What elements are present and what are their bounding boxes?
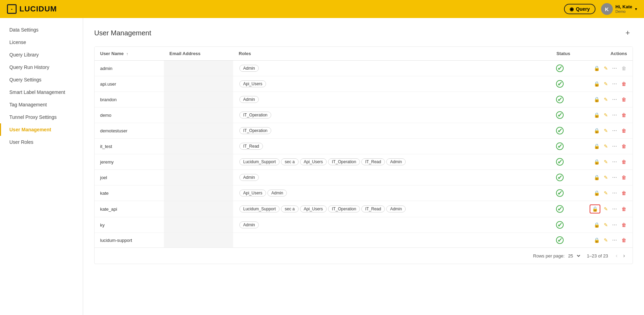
edit-icon[interactable]: ✎ xyxy=(603,127,609,134)
more-icon[interactable]: ⋯ xyxy=(611,65,618,72)
cell-status: ✔ xyxy=(546,201,574,217)
lock-icon[interactable]: 🔒 xyxy=(593,158,600,165)
sidebar-item-query-library[interactable]: Query Library xyxy=(0,49,83,61)
delete-icon[interactable]: 🗑 xyxy=(621,221,627,228)
lock-icon[interactable]: 🔒 xyxy=(593,96,600,103)
status-active-icon: ✔ xyxy=(556,111,564,119)
hi-text: Hi, Kate xyxy=(616,4,632,10)
status-active-icon: ✔ xyxy=(556,96,564,103)
avatar: K xyxy=(601,3,613,15)
cell-status: ✔ xyxy=(546,217,574,233)
more-icon[interactable]: ⋯ xyxy=(611,143,618,150)
edit-icon[interactable]: ✎ xyxy=(603,158,609,165)
delete-icon[interactable]: 🗑 xyxy=(621,112,627,119)
delete-icon[interactable]: 🗑 xyxy=(621,205,627,212)
table-row: it_testIT_Read✔🔒✎⋯🗑 xyxy=(95,139,633,154)
role-tag: IT_Read xyxy=(361,205,385,212)
lock-icon[interactable]: 🔒 xyxy=(593,143,600,150)
edit-icon[interactable]: ✎ xyxy=(603,65,609,72)
lock-icon[interactable]: 🔒 xyxy=(593,174,600,181)
cell-roles: Admin xyxy=(233,217,546,233)
edit-icon[interactable]: ✎ xyxy=(603,190,609,196)
delete-icon[interactable]: 🗑 xyxy=(621,237,627,244)
sidebar-item-data-settings[interactable]: Data Settings xyxy=(0,24,83,36)
edit-icon[interactable]: ✎ xyxy=(603,221,609,228)
more-icon[interactable]: ⋯ xyxy=(611,205,618,212)
sidebar-item-user-roles[interactable]: User Roles xyxy=(0,136,83,148)
cell-actions: 🔒✎⋯🗑 xyxy=(574,201,633,217)
more-icon[interactable]: ⋯ xyxy=(611,80,618,87)
sidebar-item-query-run-history[interactable]: Query Run History xyxy=(0,61,83,73)
cell-username: api.user xyxy=(95,76,164,92)
more-icon[interactable]: ⋯ xyxy=(611,237,618,244)
lock-icon[interactable]: 🔒 xyxy=(590,204,600,213)
logo-area: ▪ LUCIDUM xyxy=(7,4,57,14)
lock-icon[interactable]: 🔒 xyxy=(593,80,600,87)
edit-icon[interactable]: ✎ xyxy=(603,143,609,150)
logo-box: ▪ xyxy=(7,4,17,14)
delete-icon[interactable]: 🗑 xyxy=(621,65,627,72)
prev-page-button[interactable]: ‹ xyxy=(614,252,619,260)
lock-icon[interactable]: 🔒 xyxy=(593,237,600,244)
cell-actions: 🔒✎⋯🗑 xyxy=(574,76,633,92)
more-icon[interactable]: ⋯ xyxy=(611,158,618,165)
more-icon[interactable]: ⋯ xyxy=(611,112,618,119)
delete-icon[interactable]: 🗑 xyxy=(621,190,627,196)
more-icon[interactable]: ⋯ xyxy=(611,174,618,181)
sidebar-item-license[interactable]: License xyxy=(0,36,83,49)
cell-username: lucidum-support xyxy=(95,233,164,248)
sidebar-item-query-settings[interactable]: Query Settings xyxy=(0,73,83,86)
action-icons: 🔒✎⋯🗑 xyxy=(579,143,627,150)
edit-icon[interactable]: ✎ xyxy=(603,96,609,103)
delete-icon[interactable]: 🗑 xyxy=(621,174,627,181)
delete-icon[interactable]: 🗑 xyxy=(621,96,627,103)
status-active-icon: ✔ xyxy=(556,236,564,244)
table-row: demoIT_Operation✔🔒✎⋯🗑 xyxy=(95,107,633,123)
edit-icon[interactable]: ✎ xyxy=(603,174,609,181)
cell-roles: Admin xyxy=(233,92,546,107)
users-table-body: adminAdmin✔🔒✎⋯🗑api.userApi_Users✔🔒✎⋯🗑bra… xyxy=(95,61,633,247)
table-row: brandonAdmin✔🔒✎⋯🗑 xyxy=(95,92,633,107)
nav-right: ◉ Query K Hi, Kate Demo ▾ xyxy=(564,3,637,15)
delete-icon[interactable]: 🗑 xyxy=(621,127,627,134)
col-header-username[interactable]: User Name ↑ xyxy=(95,47,164,61)
edit-icon[interactable]: ✎ xyxy=(603,80,609,87)
more-icon[interactable]: ⋯ xyxy=(611,221,618,228)
sidebar-item-smart-label[interactable]: Smart Label Management xyxy=(0,86,83,98)
add-user-button[interactable]: + xyxy=(623,28,633,38)
delete-icon[interactable]: 🗑 xyxy=(621,80,627,87)
lock-icon[interactable]: 🔒 xyxy=(593,190,600,196)
edit-icon[interactable]: ✎ xyxy=(603,237,609,244)
delete-icon[interactable]: 🗑 xyxy=(621,158,627,165)
cell-status: ✔ xyxy=(546,107,574,123)
more-icon[interactable]: ⋯ xyxy=(611,96,618,103)
cell-actions: 🔒✎⋯🗑 xyxy=(574,92,633,107)
role-tag: Api_Users xyxy=(300,205,327,212)
sidebar-item-user-management[interactable]: User Management xyxy=(0,123,83,136)
edit-icon[interactable]: ✎ xyxy=(603,205,609,212)
role-tag: Admin xyxy=(239,65,259,72)
action-icons: 🔒✎⋯🗑 xyxy=(579,204,627,213)
role-tag: Admin xyxy=(239,96,259,103)
table-row: demotestuserIT_Operation✔🔒✎⋯🗑 xyxy=(95,123,633,139)
more-icon[interactable]: ⋯ xyxy=(611,190,618,196)
sidebar-item-tunnel-proxy[interactable]: Tunnel Proxy Settings xyxy=(0,111,83,123)
query-button[interactable]: ◉ Query xyxy=(564,4,595,14)
action-icons: 🔒✎⋯🗑 xyxy=(579,237,627,244)
lock-icon[interactable]: 🔒 xyxy=(593,65,600,72)
cell-actions: 🔒✎⋯🗑 xyxy=(574,217,633,233)
rows-per-page-select[interactable]: 25 50 100 xyxy=(567,253,581,259)
next-page-button[interactable]: › xyxy=(621,252,627,260)
edit-icon[interactable]: ✎ xyxy=(603,112,609,119)
lock-icon[interactable]: 🔒 xyxy=(593,112,600,119)
delete-icon[interactable]: 🗑 xyxy=(621,143,627,150)
lock-icon[interactable]: 🔒 xyxy=(593,127,600,134)
cell-status: ✔ xyxy=(546,76,574,92)
more-icon[interactable]: ⋯ xyxy=(611,127,618,134)
user-area[interactable]: K Hi, Kate Demo ▾ xyxy=(601,3,637,15)
logo-text: LUCIDUM xyxy=(19,5,57,14)
sidebar-item-tag-management[interactable]: Tag Management xyxy=(0,98,83,111)
demo-text: Demo xyxy=(616,9,632,14)
cell-username: brandon xyxy=(95,92,164,107)
lock-icon[interactable]: 🔒 xyxy=(593,221,600,228)
